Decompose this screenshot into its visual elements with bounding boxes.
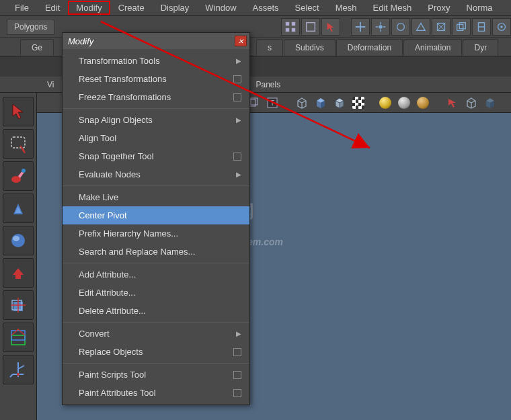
panel-label-panels[interactable]: Panels — [256, 80, 280, 89]
soft-modification-tool[interactable] — [3, 323, 34, 352]
select-tool[interactable] — [3, 97, 34, 126]
option-box-icon[interactable] — [233, 93, 241, 101]
menu-item-snap-together-tool[interactable]: Snap Together Tool — [63, 147, 249, 165]
shelf-tab-dynamics[interactable]: Dyr — [463, 39, 498, 56]
vp-wireframe-on-shaded-icon[interactable] — [331, 95, 348, 111]
menu-item-label: Delete Attribute... — [79, 306, 146, 316]
module-selector[interactable]: Polygons — [7, 19, 54, 35]
menu-item-paint-attributes-tool[interactable]: Paint Attributes Tool — [63, 384, 249, 402]
option-box-icon[interactable] — [233, 153, 241, 161]
vp-shaded-cube-icon[interactable] — [313, 95, 329, 111]
menu-item-transformation-tools[interactable]: Transformation Tools▶ — [63, 52, 249, 70]
modify-menu-title: Modify — [68, 36, 93, 46]
vp-light-all-icon[interactable] — [377, 95, 393, 111]
main-menubar: File Edit Modify Create Display Window A… — [0, 0, 511, 16]
show-manipulator-tool[interactable] — [3, 355, 34, 384]
vp-textured-icon[interactable] — [350, 95, 366, 111]
panel-label-view[interactable]: Vi — [47, 80, 54, 89]
toolbar-icon-snap-2[interactable] — [371, 18, 390, 36]
shelf-tab-deformation[interactable]: Deformation — [336, 39, 403, 56]
menu-item-snap-align-objects[interactable]: Snap Align Objects▶ — [63, 111, 249, 129]
option-box-icon[interactable] — [233, 371, 241, 379]
menu-assets[interactable]: Assets — [245, 1, 287, 15]
menu-editmesh[interactable]: Edit Mesh — [365, 1, 420, 15]
menu-item-delete-attribute[interactable]: Delete Attribute... — [63, 302, 249, 320]
menu-file[interactable]: File — [7, 1, 37, 15]
shelf-tab-general[interactable]: Ge — [20, 39, 54, 56]
menu-item-convert[interactable]: Convert▶ — [63, 325, 249, 343]
svg-rect-1 — [292, 22, 295, 25]
option-box-icon[interactable] — [233, 389, 241, 397]
menu-item-label: Transformation Tools — [79, 56, 160, 66]
move-tool[interactable] — [3, 194, 34, 223]
menu-item-add-attribute[interactable]: Add Attribute... — [63, 265, 249, 284]
close-icon[interactable]: ✕ — [235, 36, 247, 46]
shelf-tab-s[interactable]: s — [256, 39, 283, 56]
toolbar-icon-snap-6[interactable] — [452, 18, 471, 36]
menu-item-label: Search and Replace Names... — [79, 247, 195, 257]
option-box-icon[interactable] — [233, 75, 241, 83]
vp-wireframe-cube-icon[interactable] — [294, 95, 310, 111]
toolbar-icon-snap-1[interactable] — [351, 18, 370, 36]
vp-wireframe-cube2-icon[interactable] — [463, 95, 479, 111]
vp-light-selected-icon[interactable] — [415, 95, 431, 111]
toolbar-icon-grid[interactable] — [281, 18, 300, 36]
toolbar-icon-snap-3[interactable] — [391, 18, 410, 36]
menu-mesh[interactable]: Mesh — [327, 1, 365, 15]
menu-item-label: Snap Align Objects — [79, 115, 153, 125]
menu-divider — [63, 108, 249, 109]
vp-text-icon[interactable]: T — [264, 95, 280, 111]
menu-item-search-and-replace-names[interactable]: Search and Replace Names... — [63, 243, 249, 261]
menu-item-label: Freeze Transformations — [79, 92, 171, 102]
menu-item-label: Replace Objects — [79, 347, 143, 357]
toolbar-icon-snap-4[interactable] — [411, 18, 430, 36]
menu-window[interactable]: Window — [197, 1, 244, 15]
paint-select-tool[interactable] — [3, 161, 34, 191]
shelf-tab-subdivs[interactable]: Subdivs — [284, 39, 336, 56]
tool-box — [0, 93, 37, 420]
svg-point-11 — [500, 26, 503, 28]
shelf-tab-animation[interactable]: Animation — [403, 39, 462, 56]
menu-proxy[interactable]: Proxy — [420, 1, 458, 15]
lasso-tool[interactable] — [3, 129, 34, 159]
menu-select[interactable]: Select — [287, 1, 327, 15]
menu-divider — [63, 263, 249, 263]
menu-display[interactable]: Display — [153, 1, 198, 15]
menu-item-center-pivot[interactable]: Center Pivot — [63, 206, 249, 224]
menu-item-reset-transformations[interactable]: Reset Transformations — [63, 70, 249, 88]
menu-item-paint-scripts-tool[interactable]: Paint Scripts Tool — [63, 366, 249, 384]
menu-item-edit-attribute[interactable]: Edit Attribute... — [63, 284, 249, 302]
menu-item-label: Align Tool — [79, 133, 116, 143]
menu-item-align-tool[interactable]: Align Tool — [63, 129, 249, 147]
toolbar-icon-snap-5[interactable] — [432, 18, 450, 36]
menu-item-make-live[interactable]: Make Live — [63, 188, 249, 206]
toolbar-icon-b[interactable] — [301, 18, 320, 36]
scale-tool[interactable] — [3, 258, 34, 288]
menu-item-label: Evaluate Nodes — [79, 169, 141, 179]
toolbar-icon-snap-7[interactable] — [472, 18, 491, 36]
menu-item-replace-objects[interactable]: Replace Objects — [63, 343, 249, 361]
option-box-icon[interactable] — [233, 348, 241, 356]
svg-rect-4 — [307, 22, 315, 31]
menu-normals[interactable]: Norma — [459, 1, 501, 15]
menu-create[interactable]: Create — [110, 1, 153, 15]
toolbar-icon-select-arrow[interactable] — [321, 18, 340, 36]
toolbar-icon-snap-8[interactable] — [492, 18, 511, 36]
menu-item-label: Prefix Hierarchy Names... — [79, 228, 178, 239]
menu-item-label: Paint Scripts Tool — [79, 370, 146, 380]
vp-light-default-icon[interactable] — [396, 95, 412, 111]
menu-divider — [63, 185, 249, 186]
menu-edit[interactable]: Edit — [37, 1, 68, 15]
rotate-tool[interactable] — [3, 226, 34, 255]
menu-item-label: Edit Attribute... — [79, 288, 136, 298]
modify-menu-titlebar[interactable]: Modify ✕ — [63, 33, 249, 49]
menu-modify[interactable]: Modify — [68, 1, 110, 15]
submenu-arrow-icon: ▶ — [236, 116, 241, 124]
menu-item-prefix-hierarchy-names[interactable]: Prefix Hierarchy Names... — [63, 224, 249, 243]
menu-item-evaluate-nodes[interactable]: Evaluate Nodes▶ — [63, 165, 249, 183]
vp-isolate-select-icon[interactable] — [444, 95, 461, 111]
universal-manipulator[interactable] — [3, 290, 34, 320]
menu-item-label: Convert — [79, 329, 110, 339]
menu-item-freeze-transformations[interactable]: Freeze Transformations — [63, 88, 249, 106]
vp-xray-icon[interactable] — [482, 95, 498, 111]
